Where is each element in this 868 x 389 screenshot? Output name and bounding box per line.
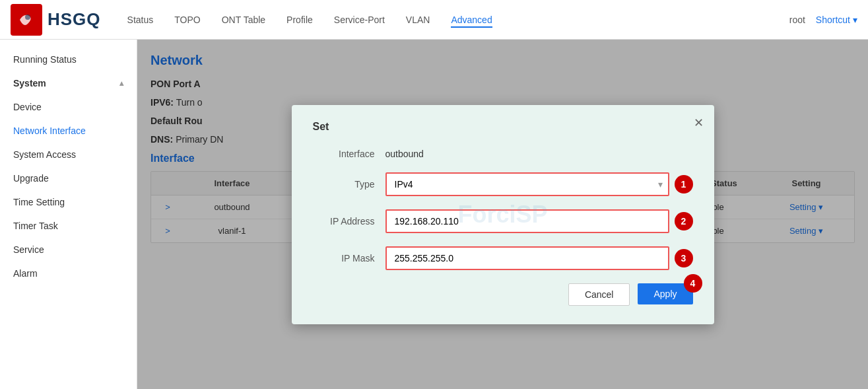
modal-ip-mask-field: IP Mask 3: [313, 246, 693, 270]
sidebar-item-system-access[interactable]: System Access: [0, 143, 137, 166]
ip-mask-label: IP Mask: [313, 253, 385, 264]
nav-user: root: [789, 15, 805, 25]
ip-address-label: IP Address: [313, 216, 385, 227]
ip-mask-input[interactable]: [385, 246, 669, 270]
nav-service-port[interactable]: Service-Port: [334, 12, 385, 28]
ip-address-input[interactable]: [385, 209, 669, 233]
nav-shortcut[interactable]: Shortcut ▾: [816, 15, 857, 25]
nav-advanced[interactable]: Advanced: [451, 12, 492, 28]
sidebar: Running Status System ▴ Device Network I…: [0, 40, 137, 389]
logo-icon: [11, 4, 42, 36]
sidebar-item-service[interactable]: Service: [0, 238, 137, 262]
top-navigation: HSGQ Status TOPO ONT Table Profile Servi…: [0, 0, 868, 40]
step-badge-4: 4: [684, 274, 702, 293]
chevron-down-icon: ▾: [853, 15, 857, 25]
nav-vlan[interactable]: VLAN: [406, 12, 430, 28]
modal-type-field: Type IPv4 IPv6 ▾ 1: [313, 172, 693, 196]
interface-value: outbound: [385, 149, 424, 159]
modal-interface-field: Interface outbound: [313, 149, 693, 159]
main-content: Network PON Port A IPV6: Turn o Default …: [137, 40, 868, 389]
sidebar-item-device[interactable]: Device: [0, 95, 137, 119]
sidebar-item-upgrade[interactable]: Upgrade: [0, 166, 137, 190]
type-select-wrapper: IPv4 IPv6 ▾: [385, 172, 669, 196]
nav-ont-table[interactable]: ONT Table: [222, 12, 265, 28]
nav-status[interactable]: Status: [127, 12, 154, 28]
logo-area: HSGQ: [11, 4, 101, 36]
nav-profile[interactable]: Profile: [286, 12, 313, 28]
logo-text: HSGQ: [48, 9, 101, 30]
modal-title: Set: [313, 121, 693, 133]
modal-overlay: Set ✕ ForciSP Interface outbound Type IP…: [137, 40, 868, 389]
sidebar-group-system[interactable]: System ▴: [0, 71, 137, 95]
sidebar-item-timer-task[interactable]: Timer Task: [0, 214, 137, 238]
close-icon[interactable]: ✕: [694, 116, 704, 130]
type-label: Type: [313, 179, 385, 190]
type-select[interactable]: IPv4 IPv6: [385, 172, 669, 196]
interface-label: Interface: [313, 149, 385, 159]
svg-point-1: [25, 15, 30, 20]
nav-items: Status TOPO ONT Table Profile Service-Po…: [127, 12, 789, 28]
sidebar-item-alarm[interactable]: Alarm: [0, 262, 137, 285]
modal-ip-address-field: IP Address 2: [313, 209, 693, 233]
step-badge-1: 1: [675, 175, 693, 194]
cancel-button[interactable]: Cancel: [568, 283, 630, 306]
set-modal: Set ✕ ForciSP Interface outbound Type IP…: [292, 105, 714, 324]
sidebar-item-time-setting[interactable]: Time Setting: [0, 190, 137, 214]
nav-right: root Shortcut ▾: [789, 15, 857, 25]
sidebar-item-network-interface[interactable]: Network Interface: [0, 119, 137, 143]
step-badge-3: 3: [675, 249, 693, 267]
sidebar-item-running-status[interactable]: Running Status: [0, 48, 137, 71]
main-layout: Running Status System ▴ Device Network I…: [0, 40, 868, 389]
step-badge-2: 2: [675, 212, 693, 230]
modal-footer: Cancel Apply 4: [313, 283, 693, 306]
chevron-up-icon: ▴: [119, 79, 123, 88]
nav-topo[interactable]: TOPO: [174, 12, 200, 28]
